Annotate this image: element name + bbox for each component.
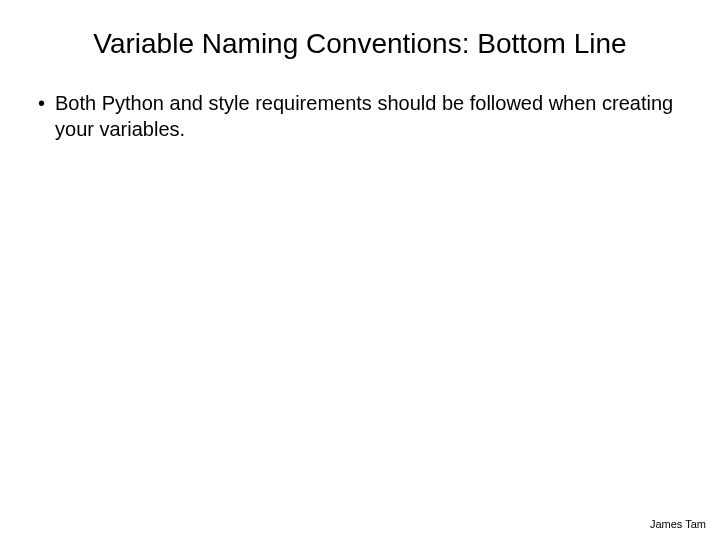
slide-title: Variable Naming Conventions: Bottom Line: [30, 28, 690, 60]
bullet-marker: •: [38, 90, 45, 116]
slide-footer: James Tam: [650, 518, 706, 530]
bullet-item: • Both Python and style requirements sho…: [38, 90, 690, 142]
slide-content: • Both Python and style requirements sho…: [30, 90, 690, 142]
bullet-text: Both Python and style requirements shoul…: [55, 90, 690, 142]
slide-container: Variable Naming Conventions: Bottom Line…: [0, 0, 720, 540]
